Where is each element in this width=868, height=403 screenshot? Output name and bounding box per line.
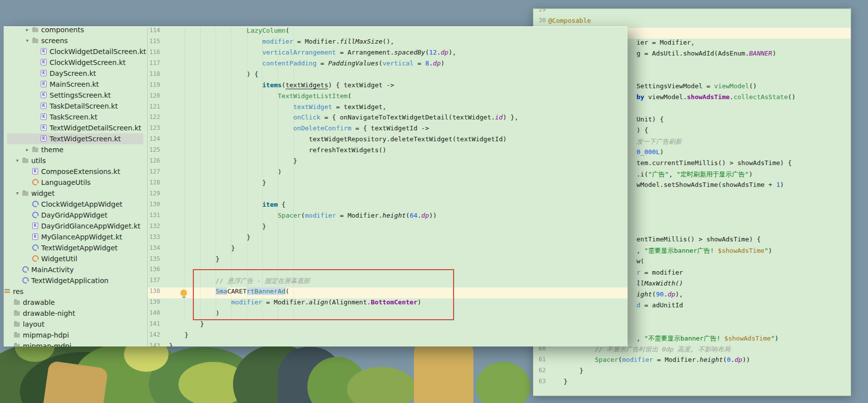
code-line-44[interactable]: .i("广告", "定时刷新用于显示广告") bbox=[637, 170, 752, 181]
chevron-right-icon[interactable]: ▸ bbox=[24, 144, 30, 155]
line-number: 126 bbox=[148, 157, 160, 168]
tree-item-textwidgetapplication[interactable]: TextWidgetApplication bbox=[4, 275, 147, 286]
code-line-62[interactable]: } bbox=[579, 367, 583, 378]
tree-item-composeextensions-kt[interactable]: KComposeExtensions.kt bbox=[4, 166, 147, 177]
code-line-143[interactable]: } bbox=[169, 342, 173, 346]
tree-item-label: TextWidgetDetailScreen.kt bbox=[50, 122, 141, 133]
code-line-40[interactable]: ) { bbox=[637, 126, 648, 137]
code-line-124[interactable]: textWidgetRepository.deleteTextWidget(te… bbox=[309, 135, 507, 146]
chevron-down-icon[interactable]: ▾ bbox=[14, 155, 20, 166]
tree-item-textwidgetappwidget[interactable]: TextWidgetAppWidget bbox=[4, 242, 147, 253]
code-line-63[interactable]: } bbox=[564, 378, 568, 389]
tree-item-clockwidgetscreen-kt[interactable]: KClockWidgetScreen.kt bbox=[4, 57, 147, 68]
code-line-53[interactable]: r = modifier bbox=[637, 269, 683, 280]
tree-item-label: widget bbox=[31, 188, 55, 199]
tree-item-taskscreen-kt[interactable]: KTaskScreen.kt bbox=[4, 112, 147, 122]
code-line-36[interactable]: SettingsViewModel = viewModel() bbox=[637, 82, 757, 93]
code-line-123[interactable]: onDeleteConfirm = { textWidgetId -> bbox=[293, 124, 429, 135]
code-line-114[interactable]: LazyColumn( bbox=[247, 27, 289, 38]
intention-lightbulb-icon[interactable] bbox=[180, 289, 187, 296]
code-line-116[interactable]: verticalArrangement = Arrangement.spaced… bbox=[262, 49, 456, 59]
folder-icon bbox=[32, 37, 39, 44]
tree-item-clockwidgetappwidget[interactable]: ClockWidgetAppWidget bbox=[4, 199, 147, 210]
code-line-54[interactable]: llMaxWidth() bbox=[637, 280, 683, 290]
tree-item-label: layout bbox=[23, 319, 45, 330]
code-line-59[interactable]: , "不需要显示banner广告! $showAdsTime") bbox=[637, 334, 779, 345]
tree-item-label: drawable bbox=[23, 297, 55, 308]
code-line-56[interactable]: d = adUnitId bbox=[637, 301, 683, 312]
code-line-119[interactable]: items(textWidgets) { textWidget -> bbox=[262, 81, 394, 92]
tree-item-daygridappwidget[interactable]: DayGridAppWidget bbox=[4, 210, 147, 221]
tree-item-textwidgetscreen-kt[interactable]: KTextWidgetScreen.kt bbox=[4, 133, 147, 144]
code-line-134[interactable]: } bbox=[231, 244, 235, 255]
code-line-41[interactable]: 发一下广告刷新 bbox=[637, 137, 682, 148]
tree-item-dayscreen-kt[interactable]: KDayScreen.kt bbox=[4, 68, 147, 79]
tree-item-taskdetailscreen-kt[interactable]: KTaskDetailScreen.kt bbox=[4, 101, 147, 112]
code-line-33[interactable]: g = AdsUtil.showAdId(AdsEnum.BANNER) bbox=[637, 50, 776, 60]
tree-item-components[interactable]: ▸components bbox=[4, 26, 147, 35]
panel-divider[interactable] bbox=[147, 27, 148, 346]
code-line-135[interactable]: } bbox=[216, 255, 220, 266]
tree-item-layout[interactable]: layout bbox=[4, 319, 147, 330]
tree-item-drawable-night[interactable]: drawable-night bbox=[4, 308, 147, 319]
line-number: 124 bbox=[148, 135, 160, 146]
tree-item-label: utils bbox=[31, 155, 46, 166]
kotlin-file-icon: K bbox=[41, 124, 47, 131]
tree-item-textwidgetdetailscreen-kt[interactable]: KTextWidgetDetailScreen.kt bbox=[4, 122, 147, 133]
tree-item-settingsscreen-kt[interactable]: KSettingsScreen.kt bbox=[4, 90, 147, 101]
code-line-52[interactable]: w( bbox=[637, 257, 644, 268]
code-line-127[interactable]: ) bbox=[278, 168, 282, 179]
tree-item-label: LanguageUtils bbox=[41, 177, 91, 188]
tree-item-theme[interactable]: ▸theme bbox=[4, 144, 147, 155]
tree-item-utils[interactable]: ▾utils bbox=[4, 155, 147, 166]
code-line-126[interactable]: } bbox=[293, 157, 297, 168]
code-line-125[interactable]: refreshTextWidgets() bbox=[309, 146, 387, 157]
tree-item-clockwidgetdetailscreen-kt[interactable]: KClockWidgetDetailScreen.kt bbox=[4, 46, 147, 57]
code-line-121[interactable]: textWidget = textWidget, bbox=[293, 103, 387, 114]
code-line-130[interactable]: item { bbox=[262, 201, 286, 212]
code-line-37[interactable]: by viewModel.showAdsTime.collectAsState(… bbox=[637, 93, 796, 104]
tree-item-daygridglanceappwidget-kt[interactable]: KDayGridGlanceAppWidget.kt bbox=[4, 221, 147, 231]
tree-item-screens[interactable]: ▾screens bbox=[4, 35, 147, 46]
code-line-55[interactable]: ight(90.dp), bbox=[637, 290, 683, 301]
code-line-39[interactable]: Unit) { bbox=[637, 115, 664, 126]
kotlin-file-icon: K bbox=[41, 114, 47, 120]
code-line-50[interactable]: entTimeMillis() > showAdsTime) { bbox=[637, 235, 760, 246]
tree-item-mipmap-mdpi[interactable]: mipmap-mdpi bbox=[4, 341, 147, 346]
code-line-60[interactable]: // 不展示广告时留出 0dp 高度, 不影响布局 bbox=[595, 345, 730, 356]
tree-item-res[interactable]: ▾res bbox=[4, 286, 147, 297]
code-line-43[interactable]: tem.currentTimeMillis() > showAdsTime) { bbox=[637, 159, 792, 170]
code-line-51[interactable]: , "需要显示banner广告! $showAdsTime") bbox=[637, 246, 772, 257]
tree-item-widget[interactable]: ▾widget bbox=[4, 188, 147, 199]
chevron-down-icon[interactable]: ▾ bbox=[24, 35, 30, 46]
tree-item-widgetutil[interactable]: WidgetUtil bbox=[4, 253, 147, 264]
tree-item-mainactivity[interactable]: MainActivity bbox=[4, 264, 147, 275]
tree-item-mainscreen-kt[interactable]: KMainScreen.kt bbox=[4, 79, 147, 90]
tree-item-mipmap-hdpi[interactable]: mipmap-hdpi bbox=[4, 330, 147, 341]
code-line-133[interactable]: } bbox=[247, 233, 251, 244]
tree-item-languageutils[interactable]: LanguageUtils bbox=[4, 177, 147, 188]
code-line-132[interactable]: } bbox=[262, 223, 266, 233]
code-line-61[interactable]: Spacer(modifier = Modifier.height(0.dp)) bbox=[595, 356, 750, 367]
code-line-142[interactable]: } bbox=[184, 331, 188, 342]
code-line-141[interactable]: } bbox=[200, 320, 204, 331]
code-line-122[interactable]: onClick = { onNavigateToTextWidgetDetail… bbox=[293, 114, 519, 124]
tree-item-myglanceappwidget-kt[interactable]: KMyGlanceAppWidget.kt bbox=[4, 231, 147, 242]
code-line-118[interactable]: ) { bbox=[247, 70, 258, 81]
chevron-right-icon[interactable]: ▸ bbox=[24, 26, 30, 35]
code-line-120[interactable]: TextWidgetListItem( bbox=[278, 92, 351, 103]
tree-item-label: ComposeExtensions.kt bbox=[41, 166, 120, 177]
tree-item-label: MainActivity bbox=[31, 264, 74, 275]
folder-icon bbox=[14, 343, 21, 346]
code-line-42[interactable]: 0_000L) bbox=[637, 148, 664, 159]
line-number: 121 bbox=[148, 103, 160, 114]
code-line-128[interactable]: } bbox=[262, 179, 266, 190]
code-line-45[interactable]: wModel.setShowAdsTime(showAdsTime + 1) bbox=[637, 181, 784, 192]
tree-item-drawable[interactable]: drawable bbox=[4, 297, 147, 308]
chevron-down-icon[interactable]: ▾ bbox=[14, 188, 20, 199]
line-number: 118 bbox=[148, 70, 160, 81]
code-line-131[interactable]: Spacer(modifier = Modifier.height(64.dp)… bbox=[278, 212, 437, 223]
code-line-32[interactable]: ier = Modifier, bbox=[637, 39, 694, 50]
code-line-117[interactable]: contentPadding = PaddingValues(vertical … bbox=[262, 59, 445, 70]
code-line-115[interactable]: modifier = Modifier.fillMaxSize(), bbox=[262, 38, 394, 49]
